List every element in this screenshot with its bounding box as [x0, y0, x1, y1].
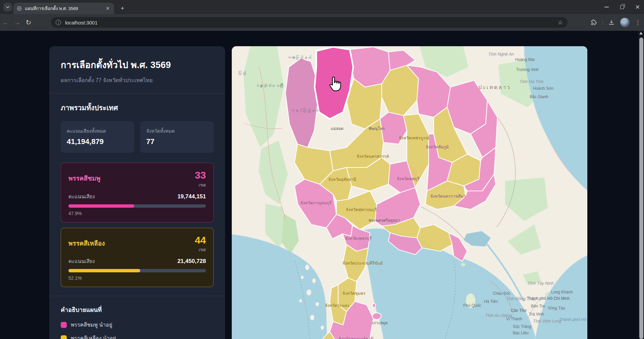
scrollbar-thumb[interactable]	[639, 38, 643, 339]
party-seat-count: 33	[195, 170, 206, 181]
svg-text:จังหวัดลพบุรี: จังหวัดลพบุรี	[397, 177, 420, 182]
new-tab-button[interactable]: +	[118, 4, 127, 13]
overview-stats: คะแนนเสียงทั้งหมด 41,194,879 จังหวัดทั้ง…	[61, 121, 214, 153]
window-minimize-button[interactable]	[604, 7, 609, 7]
legend-label: พรรคสีเหลือง นำอยู่	[71, 334, 116, 339]
divider	[49, 296, 225, 296]
browser-menu-icon[interactable]: ⋮	[635, 19, 641, 26]
svg-text:แม่สอด: แม่สอด	[331, 126, 343, 131]
tab-search-button[interactable]	[3, 3, 12, 11]
svg-text:จังหวัดกาญจนบุรี: จังหวัดกาญจนบุรี	[301, 201, 332, 206]
download-icon[interactable]	[608, 19, 615, 26]
total-provinces-card: จังหวัดทั้งหมด 77	[140, 121, 214, 153]
url-text: localhost:3001	[65, 20, 554, 25]
scrollbar[interactable]	[638, 31, 644, 339]
svg-text:Tỉnh Vĩnh Long: Tỉnh Vĩnh Long	[533, 319, 561, 324]
thailand-election-map[interactable]: แม่สอด พิษณุโลก จังหวัดเพชรบูรณ์ จังหวัด…	[232, 46, 587, 339]
seat-unit-label: เขต	[195, 182, 206, 189]
forward-button[interactable]: →	[11, 19, 23, 26]
legend-item-yellow: พรรคสีเหลือง นำอยู่	[61, 334, 214, 339]
legend-heading: คำอธิบายแผนที่	[61, 305, 214, 315]
window-restore-button[interactable]	[620, 5, 624, 9]
svg-text:จังหวัดสุพรรณบุรี: จังหวัดสุพรรณบุรี	[346, 207, 377, 212]
svg-text:Tỉnh An Giang: Tỉnh An Giang	[485, 313, 512, 318]
svg-text:Hà Tiên: Hà Tiên	[484, 299, 498, 304]
votes-value: 21,450,728	[177, 258, 206, 265]
svg-text:จังหวัดเพชรบูรณ์: จังหวัดเพชรบูรณ์	[399, 136, 429, 141]
svg-text:พิษณุโลก: พิษณุโลก	[369, 126, 385, 131]
seat-unit-label: เขต	[195, 246, 206, 253]
svg-text:ကရင်ပြည်နယ်: ကရင်ပြည်နယ်	[290, 108, 319, 113]
party-seat-count: 44	[195, 235, 206, 246]
back-button[interactable]: ←	[0, 19, 11, 26]
svg-text:จังหวัดประจวบคีรีขันธ์: จังหวัดประจวบคีรีขันธ์	[342, 261, 383, 266]
vote-share-track	[68, 204, 206, 208]
extensions-icon[interactable]	[590, 19, 597, 26]
window-close-button[interactable]: ✕	[635, 4, 640, 10]
scrollbar-up-arrow[interactable]	[639, 32, 643, 35]
vote-share-fill	[68, 269, 140, 272]
browser-tab-strip: แผนที่การเลือกตั้ง พ.ศ. 3569 ✕ + ✕	[0, 0, 644, 14]
svg-text:Phú Quốc: Phú Quốc	[463, 303, 481, 308]
svg-text:ပဲခူးတိုင်းဒေသကြီး: ပဲခူးတိုင်းဒေသကြီး	[255, 83, 283, 88]
vote-share-fill	[68, 204, 134, 208]
svg-text:ကယားပြည်နယ်: ကယားပြည်နယ်	[287, 55, 311, 60]
party-name: พรรคสีเหลือง	[68, 235, 105, 248]
svg-text:Bạc Liêu: Bạc Liêu	[513, 331, 529, 335]
stat-label: จังหวัดทั้งหมด	[146, 127, 208, 135]
svg-text:พระนครศรีอยุธยา: พระนครศรีอยุธยา	[369, 218, 400, 223]
election-sidebar: การเลือกตั้งทั่วไป พ.ศ. 3569 ผลการเลือกต…	[49, 46, 225, 339]
svg-text:จังหวัดเพชรบุรี: จังหวัดเพชรบุรี	[345, 236, 372, 241]
svg-text:จังหวัดชุมพร: จังหวัดชุมพร	[342, 291, 366, 296]
svg-text:จังหวัดสุราษฎร์ธานี: จังหวัดสุราษฎร์ธานี	[338, 337, 374, 339]
svg-text:Bắc Gianh: Bắc Gianh	[530, 94, 548, 99]
svg-text:Tỉnh Đồng Tháp: Tỉnh Đồng Tháp	[506, 296, 536, 301]
tab-close-button[interactable]: ✕	[105, 5, 111, 11]
svg-text:Tỉnh Tây Ninh: Tỉnh Tây Ninh	[528, 281, 554, 286]
page-subtitle: ผลการเลือกตั้ง 77 จังหวัดทั่วประเทศไทย	[61, 76, 214, 84]
site-info-icon[interactable]: i	[56, 20, 61, 25]
divider	[49, 93, 225, 93]
votes-label: คะแนนเสียง	[68, 193, 95, 201]
vote-share-percent: 52.1%	[68, 275, 206, 281]
total-votes-card: คะแนนเสียงทั้งหมด 41,194,879	[61, 121, 134, 153]
svg-text:จังหวัดนครสวรรค์: จังหวัดนครสวรรค์	[357, 154, 389, 159]
toolbar-separator	[602, 19, 603, 25]
pink-swatch	[61, 322, 67, 328]
svg-text:Hoành Sơn: Hoành Sơn	[533, 86, 553, 91]
pink-party-card: พรรคสีชมพู 33 เขต คะแนนเสียง 19,744,151 …	[61, 163, 214, 222]
chevron-down-icon	[6, 5, 10, 9]
party-name: พรรคสีชมพู	[68, 170, 100, 183]
browser-toolbar: ← → ↻ i localhost:3001 ☆ ⋮	[0, 14, 644, 31]
svg-text:Tỉnh Hà Tĩnh: Tỉnh Hà Tĩnh	[520, 79, 544, 84]
page-title: การเลือกตั้งทั่วไป พ.ศ. 3569	[61, 58, 214, 72]
stat-label: คะแนนเสียงทั้งหมด	[67, 127, 128, 135]
legend-label: พรรคสีชมพู นำอยู่	[71, 321, 112, 329]
globe-favicon-icon	[17, 6, 22, 11]
svg-text:จังหวัดระนอง: จังหวัดระนอง	[325, 303, 349, 308]
svg-text:Vũng Tàu: Vũng Tàu	[548, 306, 565, 311]
profile-avatar[interactable]	[620, 18, 630, 27]
svg-text:Thành phố Hồ Chí Minh: Thành phố Hồ Chí Minh	[559, 317, 587, 322]
svg-text:Châu Đốc: Châu Đốc	[493, 291, 511, 296]
browser-tab[interactable]: แผนที่การเลือกตั้ง พ.ศ. 3569 ✕	[13, 3, 114, 14]
stat-value: 77	[146, 137, 208, 146]
vote-share-percent: 47.9%	[68, 211, 206, 216]
overview-heading: ภาพรวมทั้งประเทศ	[61, 102, 214, 113]
svg-text:จังหวัดนครราชสีมา: จังหวัดนครราชสีมา	[430, 194, 466, 199]
bookmark-star-icon[interactable]: ☆	[558, 19, 563, 26]
svg-text:เกาะสมุย: เกาะสมุย	[372, 321, 388, 326]
yellow-swatch	[61, 335, 67, 339]
page-background: การเลือกตั้งทั่วไป พ.ศ. 3569 ผลการเลือกต…	[0, 31, 638, 339]
reload-button[interactable]: ↻	[23, 18, 34, 26]
svg-text:Trường Vinh: Trường Vinh	[516, 67, 539, 72]
vote-share-track	[68, 269, 206, 272]
svg-text:จังหวัดชัยภูมิ: จังหวัดชัยภูมิ	[426, 145, 449, 150]
svg-text:Long Khánh: Long Khánh	[551, 290, 573, 294]
address-bar[interactable]: i localhost:3001 ☆	[51, 17, 568, 28]
stat-value: 41,194,879	[67, 137, 128, 146]
tab-title: แผนที่การเลือกตั้ง พ.ศ. 3569	[25, 5, 102, 12]
svg-text:Hoàng Mai: Hoàng Mai	[515, 57, 535, 62]
svg-text:Trà Vinh: Trà Vinh	[529, 312, 544, 317]
svg-text:Cần Thơ: Cần Thơ	[511, 308, 527, 313]
